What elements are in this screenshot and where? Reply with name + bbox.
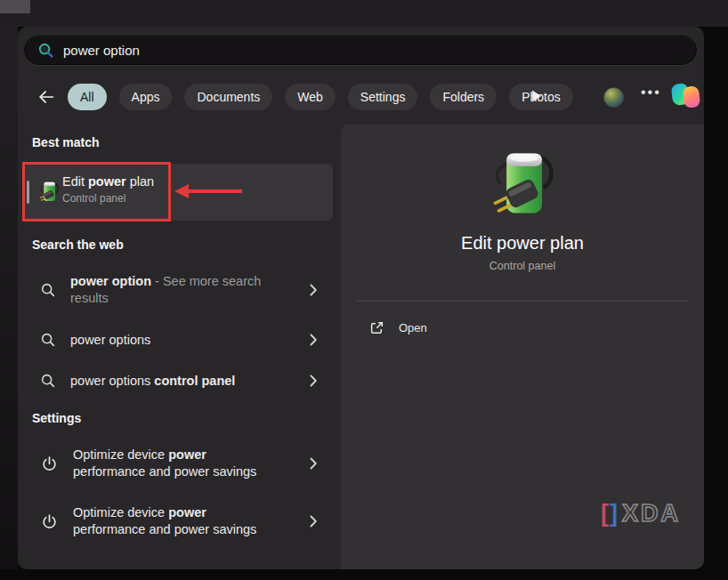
tab-label: All: [80, 90, 94, 104]
web-result-row[interactable]: power options: [24, 324, 333, 356]
detail-subtitle: Control panel: [341, 260, 704, 272]
search-icon: [37, 42, 54, 59]
result-text: Optimize device power performance and po…: [73, 504, 271, 538]
copilot-icon[interactable]: [672, 82, 700, 109]
tab-apps[interactable]: Apps: [119, 84, 173, 110]
chevron-right-icon: [310, 334, 317, 346]
background-window-fragment: [0, 0, 30, 13]
open-external-icon: [369, 320, 384, 335]
open-label: Open: [399, 321, 427, 334]
settings-header: Settings: [32, 411, 81, 425]
windows-search-flyout: All Apps Documents Web Settings Folders …: [18, 27, 704, 569]
user-avatar[interactable]: [603, 87, 624, 108]
best-match-text: Edit power plan Control panel: [62, 174, 154, 205]
more-filters-button[interactable]: [530, 89, 543, 105]
divider: [357, 301, 688, 302]
chevron-right-icon: [310, 375, 317, 387]
chevron-right-icon: [310, 457, 317, 470]
xda-letters: XDA: [622, 500, 681, 528]
search-input[interactable]: [63, 43, 642, 58]
tab-folders[interactable]: Folders: [430, 84, 497, 110]
xda-bracket-right: ]: [610, 500, 619, 528]
tab-all[interactable]: All: [68, 84, 107, 110]
tab-label: Apps: [132, 90, 160, 104]
search-icon: [40, 332, 56, 348]
power-plan-icon: [36, 179, 61, 205]
result-text: power option - See more search results: [70, 273, 287, 307]
power-plan-large-icon: [483, 146, 562, 224]
tab-label: Settings: [360, 90, 406, 104]
search-web-header: Search the web: [32, 238, 124, 252]
tab-label: Folders: [442, 90, 484, 104]
web-result-row[interactable]: power options control panel: [24, 365, 333, 397]
more-options-button[interactable]: •••: [641, 85, 661, 101]
tab-label: Documents: [197, 90, 260, 104]
tab-documents[interactable]: Documents: [184, 84, 272, 110]
xda-bracket-left: [: [601, 500, 610, 528]
screenshot-root: All Apps Documents Web Settings Folders …: [0, 0, 728, 580]
open-action[interactable]: Open: [359, 311, 519, 343]
result-text: power options: [70, 332, 287, 349]
web-result-row[interactable]: power option - See more search results: [24, 265, 333, 315]
detail-title: Edit power plan: [341, 233, 704, 254]
result-text: power options control panel: [70, 373, 287, 390]
settings-result-row[interactable]: Optimize device power performance and po…: [24, 495, 333, 547]
back-arrow-icon: [36, 87, 57, 107]
detail-panel: Edit power plan Control panel Open []XDA: [341, 125, 704, 569]
settings-result-row[interactable]: Optimize device power performance and po…: [24, 438, 333, 489]
search-icon: [40, 373, 56, 389]
chevron-right-icon: [310, 284, 317, 296]
desktop-left-strip: [0, 27, 18, 569]
selection-indicator: [27, 181, 29, 204]
tab-label: Web: [297, 90, 323, 104]
back-button[interactable]: [36, 87, 57, 107]
result-title: Edit power plan: [62, 174, 154, 189]
search-filter-tabs: All Apps Documents Web Settings Folders …: [68, 84, 573, 110]
xda-watermark: []XDA: [601, 500, 681, 528]
result-text: Optimize device power performance and po…: [73, 447, 271, 480]
search-icon: [40, 282, 56, 298]
search-bar[interactable]: [24, 36, 697, 65]
tab-web[interactable]: Web: [285, 84, 336, 110]
chevron-right-icon: [310, 515, 317, 528]
power-icon: [40, 512, 59, 531]
desktop-top-strip: [0, 0, 728, 27]
power-icon: [40, 455, 59, 473]
result-subtitle: Control panel: [62, 192, 154, 205]
best-match-item[interactable]: Edit power plan Control panel: [24, 164, 333, 221]
best-match-header: Best match: [32, 135, 99, 149]
play-icon: [530, 89, 542, 103]
tab-settings[interactable]: Settings: [348, 84, 418, 110]
